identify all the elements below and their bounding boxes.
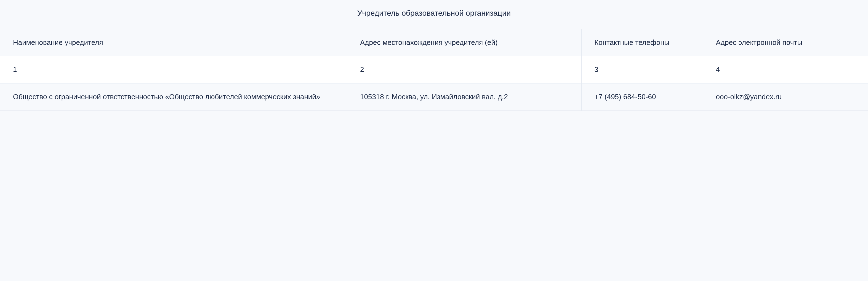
header-name: Наименование учредителя	[0, 29, 347, 56]
cell-phone: +7 (495) 684-50-60	[582, 83, 703, 110]
header-phone: Контактные телефоны	[582, 29, 703, 56]
colnum-4: 4	[703, 56, 868, 83]
cell-email: ooo-olkz@yandex.ru	[703, 83, 868, 110]
table-number-row: 1 2 3 4	[0, 56, 868, 83]
table-row: Общество с ограниченной ответственностью…	[0, 83, 868, 110]
cell-address: 105318 г. Москва, ул. Измайловский вал, …	[347, 83, 582, 110]
colnum-1: 1	[0, 56, 347, 83]
founder-table: Учредитель образовательной организации Н…	[0, 0, 868, 111]
header-address: Адрес местонахождения учредителя (ей)	[347, 29, 582, 56]
table-caption: Учредитель образовательной организации	[0, 0, 868, 29]
colnum-3: 3	[582, 56, 703, 83]
colnum-2: 2	[347, 56, 582, 83]
cell-name: Общество с ограниченной ответственностью…	[0, 83, 347, 110]
table-header-row: Наименование учредителя Адрес местонахож…	[0, 29, 868, 56]
header-email: Адрес электронной почты	[703, 29, 868, 56]
